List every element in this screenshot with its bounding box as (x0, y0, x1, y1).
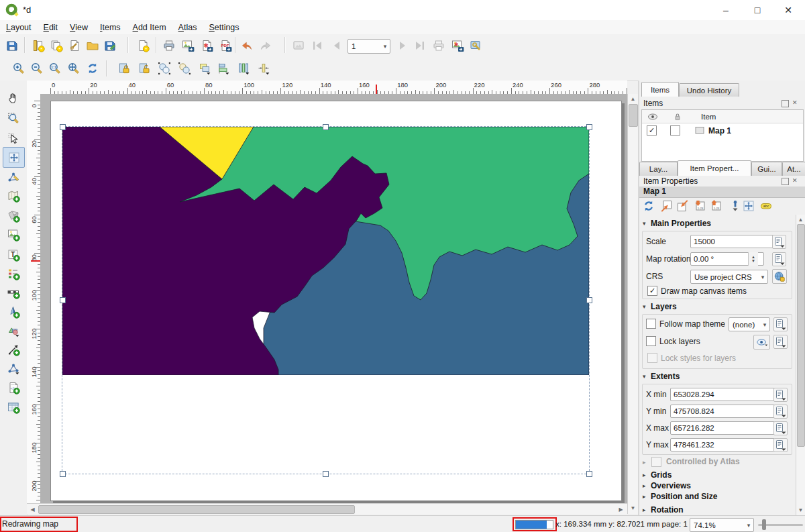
set-scale-to-canvas-button[interactable]: 1:23 (693, 199, 708, 213)
atlas-page-combo[interactable]: 1▾ (347, 39, 390, 54)
items-table-row[interactable]: ✓ Map 1 (642, 123, 803, 138)
section-expand-icon[interactable]: ▾ (643, 303, 646, 310)
zoom-actual-button[interactable]: 1:1 (46, 60, 64, 77)
atlas-settings-button[interactable] (467, 37, 484, 54)
selection-handle[interactable] (586, 471, 592, 477)
previous-feature-button[interactable] (329, 37, 346, 54)
x-min-input[interactable]: 653028.294 (670, 388, 775, 401)
selection-handle[interactable] (60, 297, 66, 303)
move-item-content-button[interactable] (3, 147, 25, 168)
selection-handle[interactable] (323, 124, 329, 130)
add-items-from-template-button[interactable] (84, 37, 101, 54)
data-defined-override-button-y-min[interactable] (773, 405, 788, 419)
horizontal-scroll-thumb[interactable] (38, 505, 355, 514)
redo-button[interactable] (257, 37, 274, 54)
move-map-content-button[interactable] (741, 199, 756, 213)
new-layout-button[interactable]: * (30, 37, 47, 54)
data-defined-override-button-x-min[interactable] (773, 388, 788, 402)
print-layout-button[interactable] (160, 37, 178, 54)
tab-atlas[interactable]: At... (782, 162, 805, 176)
data-defined-override-button-map-theme[interactable] (773, 317, 788, 331)
menu-atlas[interactable]: Atlas (172, 21, 203, 34)
follow-map-theme-checkbox[interactable] (646, 319, 656, 329)
undo-button[interactable] (238, 37, 256, 54)
x-max-input[interactable]: 657216.282 (670, 421, 775, 435)
crs-select-button[interactable] (772, 269, 787, 284)
minimize-button[interactable]: – (711, 0, 741, 20)
last-feature-button[interactable] (411, 37, 429, 54)
export-as-pdf-button[interactable]: PDF (217, 37, 234, 54)
add-scalebar-button[interactable] (3, 282, 23, 302)
save-as-template-button[interactable] (101, 37, 119, 54)
item-properties-scrollbar[interactable]: ▲ ▼ (796, 215, 805, 515)
scroll-down-icon[interactable]: ▼ (629, 504, 637, 513)
layout-manager-button[interactable] (66, 37, 83, 54)
section-header-layers[interactable]: Layers (651, 302, 677, 311)
section-header-rotation[interactable]: Rotation (651, 505, 684, 515)
view-extent-in-canvas-button[interactable] (676, 199, 690, 213)
visibility-preset-button[interactable] (753, 335, 770, 350)
maximize-button[interactable]: □ (743, 0, 772, 20)
first-feature-button[interactable] (309, 37, 326, 54)
data-defined-override-button-y-max[interactable] (773, 438, 788, 452)
menu-add-item[interactable]: Add Item (127, 21, 172, 34)
section-header-controlled-by-atlas[interactable]: Controlled by Atlas (666, 457, 740, 466)
update-map-preview-button[interactable] (641, 199, 656, 213)
align-items-button[interactable] (215, 60, 232, 77)
selection-handle[interactable] (60, 124, 66, 130)
add-attribute-table-button[interactable] (3, 397, 23, 417)
pan-layout-button[interactable] (3, 88, 23, 107)
export-atlas-button[interactable]: ✱ (449, 37, 466, 54)
close-panel-icon[interactable]: ✕ (792, 100, 798, 106)
selection-handle[interactable] (323, 471, 329, 477)
section-collapsed-icon[interactable]: ▸ (643, 493, 646, 500)
float-panel-icon[interactable] (782, 100, 789, 107)
map-item-frame[interactable] (62, 126, 590, 474)
data-defined-override-button-lock-layers[interactable] (773, 335, 788, 349)
scroll-right-icon[interactable]: ▶ (616, 505, 625, 514)
section-collapsed-icon[interactable]: ▸ (643, 507, 646, 513)
close-button[interactable]: ✕ (773, 0, 803, 20)
tab-items[interactable]: Items (641, 82, 679, 97)
menu-edit[interactable]: Edit (38, 21, 64, 34)
tab-undo-history[interactable]: Undo History (679, 83, 739, 97)
menu-items[interactable]: Items (94, 21, 127, 34)
section-header-position-and-size[interactable]: Position and Size (651, 492, 717, 501)
unlock-all-items-button[interactable] (136, 60, 153, 77)
distribute-items-button[interactable] (235, 60, 252, 77)
layout-canvas[interactable] (40, 94, 627, 503)
scroll-down-icon[interactable]: ▼ (796, 506, 805, 515)
add-node-item-button[interactable] (3, 358, 23, 378)
selection-handle[interactable] (586, 297, 592, 303)
section-expand-icon[interactable]: ▾ (643, 373, 646, 380)
section-collapsed-icon[interactable]: ▸ (643, 472, 646, 478)
tab-layout[interactable]: Lay... (639, 162, 678, 176)
zoom-level-combo[interactable]: 74.1% ▾ (690, 518, 754, 532)
section-expand-icon[interactable]: ▾ (643, 220, 646, 227)
lock-layers-checkbox[interactable] (646, 336, 656, 346)
save-project-button[interactable] (3, 37, 21, 54)
rotation-spinner[interactable]: ▲▼ (748, 252, 758, 266)
resize-items-button[interactable] (255, 60, 272, 77)
selection-handle[interactable] (586, 124, 592, 130)
item-lock-checkbox[interactable] (670, 125, 680, 136)
add-shape-button[interactable] (3, 321, 23, 340)
zoom-full-button[interactable] (65, 60, 83, 77)
add-html-button[interactable]: </> (3, 378, 23, 397)
crs-combo[interactable]: Use project CRS▾ (690, 270, 768, 284)
export-as-image-button[interactable] (179, 37, 197, 54)
edit-nodes-item-button[interactable] (3, 167, 23, 187)
group-items-button[interactable] (156, 60, 173, 77)
next-feature-button[interactable] (393, 37, 411, 54)
canvas-vertical-scrollbar[interactable]: ▲ ▼ (627, 94, 638, 514)
map-theme-combo[interactable]: (none)▾ (729, 317, 770, 331)
add-arrow-button[interactable] (3, 339, 23, 359)
vertical-scroll-thumb[interactable] (629, 104, 638, 127)
section-header-overviews[interactable]: Overviews (651, 481, 691, 490)
scale-input[interactable]: 15000 (690, 235, 773, 248)
add-label-button[interactable]: T (3, 245, 23, 264)
item-visible-checkbox[interactable]: ✓ (647, 125, 657, 136)
add-legend-button[interactable] (3, 264, 23, 283)
tab-guides[interactable]: Gui... (751, 162, 782, 176)
export-as-svg-button[interactable]: ✱ (198, 37, 215, 54)
